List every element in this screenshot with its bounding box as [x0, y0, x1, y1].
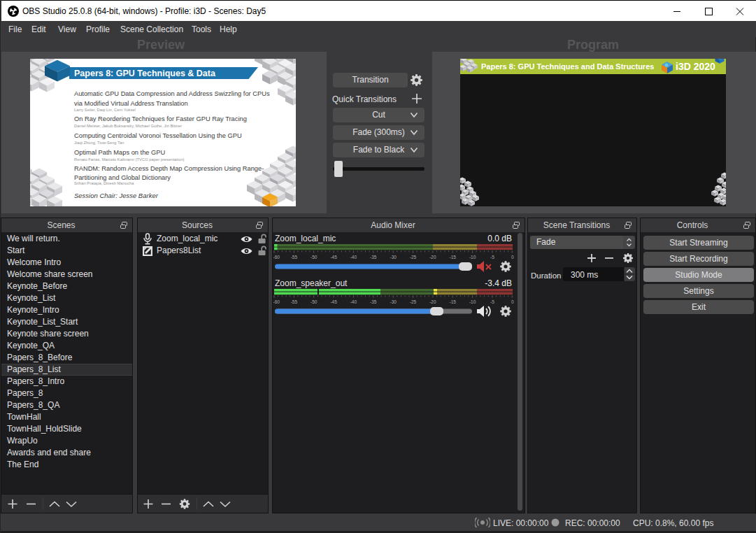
svg-text:0: 0 — [511, 299, 514, 304]
svg-text:-35: -35 — [370, 255, 377, 260]
svg-text:0: 0 — [511, 255, 514, 260]
svg-text:-15: -15 — [449, 299, 456, 304]
svg-text:-5: -5 — [490, 255, 494, 260]
svg-text:-10: -10 — [469, 299, 476, 304]
svg-text:-25: -25 — [410, 255, 417, 260]
svg-text:-45: -45 — [330, 299, 337, 304]
svg-text:-20: -20 — [429, 255, 436, 260]
svg-text:-30: -30 — [390, 299, 397, 304]
svg-text:-15: -15 — [449, 255, 456, 260]
svg-text:-35: -35 — [370, 299, 377, 304]
svg-text:-25: -25 — [410, 299, 417, 304]
svg-text:-50: -50 — [311, 255, 318, 260]
svg-text:-40: -40 — [350, 299, 357, 304]
svg-text:-5: -5 — [490, 299, 494, 304]
svg-text:-55: -55 — [291, 299, 298, 304]
svg-text:-20: -20 — [429, 299, 436, 304]
svg-text:-40: -40 — [350, 255, 357, 260]
svg-text:-10: -10 — [469, 255, 476, 260]
svg-text:-60: -60 — [273, 255, 280, 260]
svg-text:-30: -30 — [390, 255, 397, 260]
svg-text:-45: -45 — [330, 255, 337, 260]
svg-text:-60: -60 — [273, 299, 280, 304]
svg-text:-55: -55 — [291, 255, 298, 260]
svg-text:-50: -50 — [311, 299, 318, 304]
